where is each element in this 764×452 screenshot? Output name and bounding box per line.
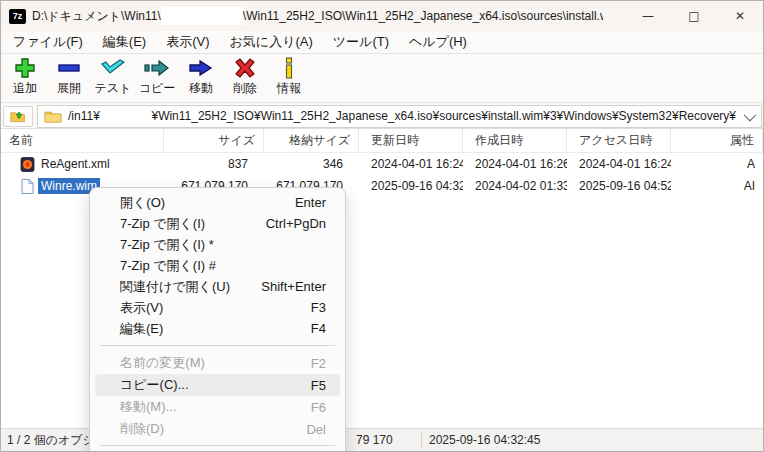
file-modified: 2024-04-01 16:24: [359, 157, 463, 171]
context-menu-item-open-7zip-star[interactable]: 7-Zip で開く(I) *: [95, 234, 340, 255]
test-label: テスト: [95, 80, 132, 97]
menu-file[interactable]: ファイル(F): [3, 31, 93, 53]
context-menu-item-view[interactable]: 表示(V) F3: [95, 297, 340, 318]
address-bar: /in11¥ ¥Win11_25H2_ISO¥Win11_25H2_Japane…: [1, 103, 763, 129]
window-title-right: \Win11_25H2_ISO\Win11_25H2_Japanese_x64.…: [243, 9, 603, 23]
context-menu-separator: [100, 345, 335, 346]
column-header-size[interactable]: サイズ: [164, 129, 264, 152]
column-header-name[interactable]: 名前: [1, 129, 164, 152]
status-timestamp: 2025-09-16 04:32:45: [429, 429, 540, 451]
close-button[interactable]: ✕: [717, 1, 763, 31]
table-row-reagent[interactable]: ReAgent.xml 837 346 2024-04-01 16:24 202…: [1, 153, 763, 175]
7zip-window: 7z D:\ドキュメント\Win11\ \Win11_25H2_ISO\Win1…: [0, 0, 764, 452]
move-label: 移動: [189, 80, 213, 97]
info-icon: [275, 57, 303, 79]
menu-view[interactable]: 表示(V): [156, 31, 219, 53]
context-menu-item-move: 移動(M)... F6: [95, 396, 340, 418]
title-bar: 7z D:\ドキュメント\Win11\ \Win11_25H2_ISO\Win1…: [1, 1, 763, 31]
minimize-button[interactable]: —: [625, 1, 671, 31]
address-path-left: /in11¥: [68, 109, 100, 123]
extract-minus-icon: [55, 57, 83, 79]
maximize-button[interactable]: □: [671, 1, 717, 31]
context-menu-item-rename: 名前の変更(M) F2: [95, 352, 340, 374]
7zip-app-icon: 7z: [9, 9, 26, 24]
xml-file-icon: [20, 157, 35, 172]
menu-favorites[interactable]: お気に入り(A): [220, 31, 323, 53]
info-label: 情報: [277, 80, 301, 97]
add-label: 追加: [13, 80, 37, 97]
list-header-row: 名前 サイズ 格納サイズ 更新日時 作成日時 アクセス日時 属性: [1, 129, 763, 153]
menu-help[interactable]: ヘルプ(H): [399, 31, 477, 53]
delete-button[interactable]: 削除: [223, 54, 267, 100]
redacted-area: [161, 7, 243, 25]
window-title-left: D:\ドキュメント\Win11\: [32, 8, 161, 25]
file-accessed: 2024-04-01 16:24: [567, 157, 671, 171]
test-check-icon: [99, 57, 127, 79]
file-size: 837: [164, 157, 264, 171]
extract-label: 展開: [57, 80, 81, 97]
add-button[interactable]: 追加: [3, 54, 47, 100]
add-plus-icon: [11, 57, 39, 79]
delete-x-icon: [231, 57, 259, 79]
wim-file-icon: [20, 179, 35, 194]
column-header-attrs[interactable]: 属性: [671, 129, 763, 152]
menu-bar: ファイル(F) 編集(E) 表示(V) お気に入り(A) ツール(T) ヘルプ(…: [1, 31, 763, 54]
file-name-cell: ReAgent.xml: [1, 156, 164, 172]
context-menu-item-open-7zip-hash[interactable]: 7-Zip で開く(I) #: [95, 255, 340, 276]
move-button[interactable]: 移動: [179, 54, 223, 100]
context-menu-item-copy[interactable]: コピー(C)... F5: [95, 374, 340, 396]
chevron-down-icon[interactable]: [744, 108, 757, 121]
file-created: 2024-04-01 16:26: [463, 157, 567, 171]
column-header-created[interactable]: 作成日時: [463, 129, 567, 152]
file-attrs: AI: [671, 179, 763, 193]
delete-label: 削除: [233, 80, 257, 97]
context-menu-item-edit[interactable]: 編集(E) F4: [95, 318, 340, 339]
file-created: 2024-04-02 01:33: [463, 179, 567, 193]
file-modified: 2025-09-16 04:32: [359, 179, 463, 193]
context-menu-item-open-7zip[interactable]: 7-Zip で開く(I) Ctrl+PgDn: [95, 213, 340, 234]
file-accessed: 2025-09-16 04:52: [567, 179, 671, 193]
address-path-right: ¥Win11_25H2_ISO¥Win11_25H2_Japanese_x64.…: [151, 109, 736, 123]
context-menu: 開く(O) Enter 7-Zip で開く(I) Ctrl+PgDn 7-Zip…: [89, 187, 346, 452]
context-menu-item-open[interactable]: 開く(O) Enter: [95, 192, 340, 213]
file-attrs: A: [671, 157, 763, 171]
context-menu-item-delete: 削除(D) Del: [95, 418, 340, 440]
address-combobox[interactable]: /in11¥ ¥Win11_25H2_ISO¥Win11_25H2_Japane…: [37, 105, 762, 128]
menu-edit[interactable]: 編集(E): [93, 31, 156, 53]
file-name-label: ReAgent.xml: [38, 156, 113, 172]
test-button[interactable]: テスト: [91, 54, 135, 100]
status-divider: [421, 432, 422, 448]
copy-arrow-icon: [143, 57, 171, 79]
context-menu-separator: [100, 445, 335, 446]
copy-label: コピー: [139, 80, 176, 97]
info-button[interactable]: 情報: [267, 54, 311, 100]
move-arrow-icon: [187, 57, 215, 79]
file-packed: 346: [264, 157, 359, 171]
column-header-packed[interactable]: 格納サイズ: [264, 129, 359, 152]
column-header-modified[interactable]: 更新日時: [359, 129, 463, 152]
status-size-fragment: 79 170: [356, 429, 393, 451]
window-controls: — □ ✕: [625, 1, 763, 31]
copy-button[interactable]: コピー: [135, 54, 179, 100]
context-menu-item-open-with[interactable]: 関連付けで開く(U) Shift+Enter: [95, 276, 340, 297]
parent-folder-button[interactable]: [3, 106, 33, 127]
extract-button[interactable]: 展開: [47, 54, 91, 100]
parent-folder-icon: [10, 108, 26, 124]
folder-icon: [44, 109, 62, 123]
toolbar: 追加 展開 テスト コピー 移動: [1, 54, 763, 103]
menu-tools[interactable]: ツール(T): [323, 31, 399, 53]
column-header-accessed[interactable]: アクセス日時: [567, 129, 671, 152]
